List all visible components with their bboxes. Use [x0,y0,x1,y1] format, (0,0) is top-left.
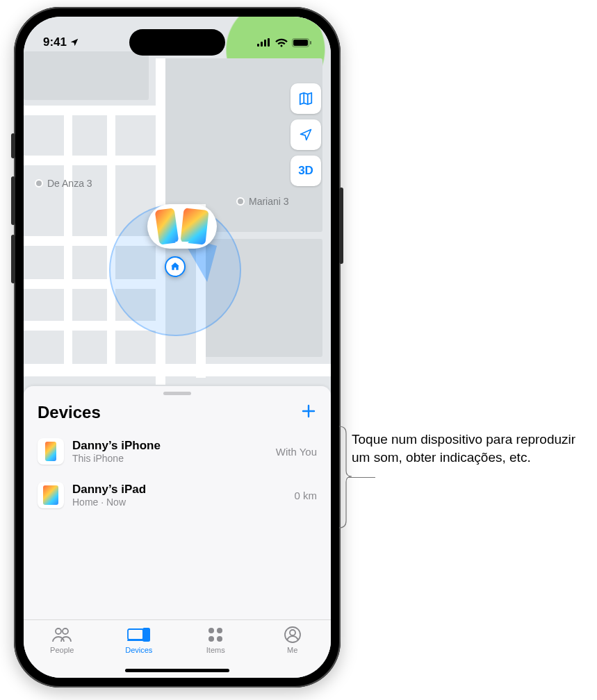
devices-icon [127,626,151,643]
device-name: Danny’s iPhone [72,439,268,453]
sheet-header: Devices [24,399,331,430]
map-marker-iphone [155,208,179,244]
svg-rect-11 [142,628,150,642]
tab-me[interactable]: Me [254,626,332,654]
wifi-icon [275,38,288,47]
svg-point-14 [208,636,214,642]
svg-point-12 [208,628,214,633]
sheet-grabber[interactable] [163,392,191,395]
tab-devices[interactable]: Devices [101,626,178,654]
callout-leader-line [347,477,375,478]
home-indicator[interactable] [125,669,229,672]
device-meta: With You [276,446,317,458]
map-controls: 3D [291,83,321,186]
three-d-label: 3D [298,164,313,178]
tab-label: Me [287,646,297,654]
cellular-signal-icon [257,38,271,47]
tab-people[interactable]: People [24,626,101,654]
device-subtitle: Home · Now [72,497,286,508]
mute-switch [11,133,15,158]
svg-point-8 [63,628,68,634]
location-services-icon [69,38,79,47]
home-icon [170,261,181,272]
svg-rect-6 [310,41,311,44]
svg-rect-2 [264,40,266,47]
iphone-frame: 9:41 [14,7,341,688]
dynamic-island [129,29,225,56]
svg-rect-5 [293,40,308,46]
location-arrow-icon [299,128,313,142]
svg-rect-10 [127,640,144,641]
side-button [339,188,343,264]
svg-rect-0 [257,44,259,47]
volume-up-button [11,176,15,225]
device-row-iphone[interactable]: Danny’s iPhone This iPhone With You [24,430,331,474]
status-left: 9:41 [43,35,79,49]
svg-rect-9 [128,629,143,640]
tab-label: Devices [125,646,152,654]
svg-rect-1 [261,42,263,47]
map-style-button[interactable] [291,83,321,114]
svg-rect-3 [268,38,270,47]
sheet-title: Devices [38,403,101,422]
home-location-pin[interactable] [165,256,186,277]
svg-point-15 [217,636,222,642]
map-3d-button[interactable]: 3D [291,156,321,186]
status-right [257,38,311,47]
svg-point-7 [56,628,61,634]
map-poi-label: Mariani 3 [249,196,289,207]
me-icon [284,626,301,643]
iphone-figure: 9:41 [14,7,341,688]
svg-point-17 [290,630,295,635]
svg-point-13 [217,628,222,633]
tab-items[interactable]: Items [177,626,254,654]
device-list: Danny’s iPhone This iPhone With You Dann… [24,430,331,619]
device-meta: 0 km [294,490,317,501]
map-icon [298,91,313,106]
map-devices-cluster[interactable] [147,204,217,249]
people-icon [51,626,72,643]
device-name: Danny’s iPad [72,483,286,497]
add-device-button[interactable] [300,402,317,423]
items-icon [207,626,224,643]
tab-label: Items [206,646,225,654]
screen: 9:41 [24,17,331,678]
devices-sheet[interactable]: Devices Danny’s iPhone This iPhone With … [24,386,331,678]
callout-text: Toque num dispositivo para reproduzir um… [352,431,581,466]
recenter-button[interactable] [291,119,321,150]
map-poi-mariani[interactable]: Mariani 3 [236,196,289,207]
volume-down-button [11,235,15,283]
device-thumb-iphone [38,438,64,465]
map-poi-de-anza[interactable]: De Anza 3 [35,178,92,189]
plus-icon [300,403,317,419]
device-row-ipad[interactable]: Danny’s iPad Home · Now 0 km [24,474,331,517]
tab-label: People [50,646,74,654]
status-time: 9:41 [43,35,67,49]
device-subtitle: This iPhone [72,453,268,464]
map-marker-ipad [180,208,208,244]
map-poi-label: De Anza 3 [47,178,92,189]
device-thumb-ipad [38,482,64,508]
battery-icon [292,38,311,47]
